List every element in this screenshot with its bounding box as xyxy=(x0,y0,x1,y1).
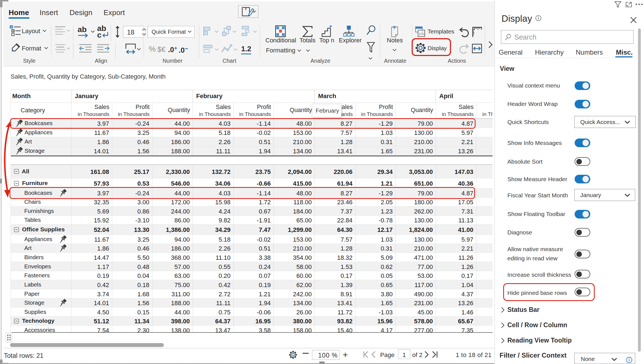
svg-text:ab: ab xyxy=(78,25,87,34)
svg-text:c: c xyxy=(97,31,102,38)
